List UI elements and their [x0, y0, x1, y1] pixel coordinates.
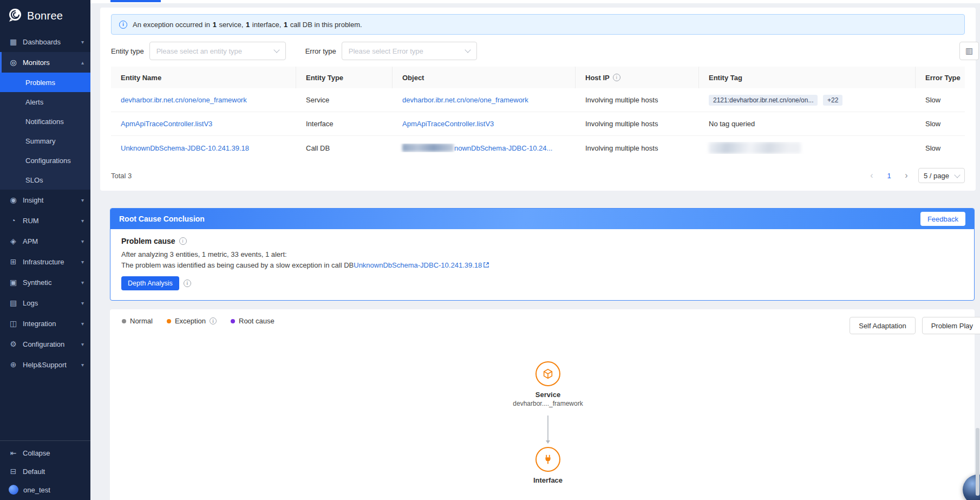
entity-name-link[interactable]: ApmApiTraceController.listV3 [121, 120, 212, 128]
cell-entity-type: Call DB [296, 144, 393, 152]
entity-name-link[interactable]: UnknownDbSchema-JDBC-10.241.39.18 [121, 144, 249, 152]
service-node-name: devharbor...._framework [488, 400, 607, 407]
sidebar-item-problems[interactable]: Problems [0, 73, 90, 92]
chevron-down-icon: ▾ [81, 259, 84, 265]
sidebar-item-label: Synthetic [23, 278, 51, 287]
sidebar-item-notifications[interactable]: Notifications [0, 112, 90, 131]
object-link[interactable]: ApmApiTraceController.listV3 [402, 120, 494, 128]
sidebar-item-configurations[interactable]: Configurations [0, 151, 90, 170]
table-settings-button[interactable]: ▥ [959, 42, 979, 60]
sidebar-item-label: Infrastructure [23, 258, 64, 266]
chevron-down-icon [465, 47, 471, 53]
chevron-down-icon [954, 172, 960, 178]
chevron-down-icon: ▾ [81, 218, 84, 224]
sidebar-item-label: RUM [23, 217, 39, 225]
error-type-select[interactable]: Please select Error type [342, 42, 477, 60]
depth-analysis-info-icon[interactable]: i [184, 280, 191, 287]
service-node-icon[interactable] [535, 361, 560, 386]
filter-bar: Entity type Please select an entity type… [111, 42, 965, 60]
cell-object: ApmApiTraceController.listV3 [393, 120, 576, 128]
sidebar-item-insight[interactable]: ◉ Insight ▾ [0, 190, 90, 210]
tag-more-chip[interactable]: +22 [823, 95, 842, 106]
tab-strip [90, 0, 980, 3]
host-ip-info-icon[interactable]: i [613, 74, 620, 81]
sidebar-item-summary[interactable]: Summary [0, 131, 90, 151]
sidebar-item-help-support[interactable]: ⊕ Help&Support ▾ [0, 354, 90, 375]
sidebar-item-monitors[interactable]: ◎ Monitors ▴ [0, 52, 90, 73]
dashboards-icon: ▦ [9, 37, 18, 46]
sidebar-item-label: Dashboards [23, 38, 61, 46]
object-link[interactable]: devharbor.ibr.net.cn/one/one_framework [402, 96, 528, 104]
rum-icon: ◔ [9, 216, 18, 225]
monitors-group: ◎ Monitors ▴ Problems Alerts Notificatio… [0, 52, 90, 190]
entity-type-select[interactable]: Please select an entity type [149, 42, 286, 60]
entity-type-placeholder: Please select an entity type [156, 47, 242, 55]
feedback-button[interactable]: Feedback [920, 212, 965, 226]
depth-analysis-row: Depth Analysis i [121, 276, 963, 290]
sidebar-item-label: Logs [23, 299, 38, 307]
cell-entity-tag [699, 142, 916, 154]
sidebar-item-dashboards[interactable]: ▦ Dashboards ▾ [0, 31, 90, 52]
scrollbar-thumb[interactable] [976, 428, 979, 496]
root-cause-entity-link[interactable]: UnknownDbSchema-JDBC-10.241.39.18 [354, 261, 482, 269]
cell-object: devharbor.ibr.net.cn/one/one_framework [393, 96, 576, 104]
account-item[interactable]: one_test [0, 480, 90, 499]
object-link[interactable]: nownDbSchema-JDBC-10.24... [454, 144, 552, 152]
tag-chip[interactable]: 2121:devharbor.ibr.net.cn/one/on... [709, 95, 818, 106]
configuration-icon: ⚙ [9, 340, 18, 348]
problem-entities-card: i An exception occurred in 1 service, 1 … [100, 8, 976, 191]
logo-text: Bonree [27, 10, 63, 22]
entity-type-label: Entity type [111, 47, 144, 55]
cell-host-ip: Involving multiple hosts [576, 96, 699, 104]
cell-entity-tag: 2121:devharbor.ibr.net.cn/one/on... +22 [699, 95, 916, 106]
sidebar-item-alerts[interactable]: Alerts [0, 92, 90, 112]
problem-cause-info-icon[interactable]: i [179, 237, 187, 245]
prev-page-button[interactable]: ‹ [865, 169, 878, 182]
workspace-default-item[interactable]: ⊟ Default [0, 462, 90, 480]
depth-analysis-button[interactable]: Depth Analysis [121, 276, 179, 290]
problem-detail-page: Bonree ▦ Dashboards ▾ ◎ Monitors ▴ Probl… [0, 0, 980, 500]
cell-object: nownDbSchema-JDBC-10.24... [393, 144, 576, 152]
cell-entity-name: devharbor.ibr.net.cn/one/one_framework [111, 96, 296, 104]
exception-info-banner: i An exception occurred in 1 service, 1 … [111, 14, 965, 35]
external-link-icon[interactable] [483, 262, 489, 270]
total-label: Total 3 [111, 172, 132, 180]
sidebar-item-label: Help&Support [23, 361, 67, 369]
next-page-button[interactable]: › [900, 169, 913, 182]
main-content: i An exception occurred in 1 service, 1 … [90, 0, 980, 500]
cell-error-type: Slow [916, 144, 965, 152]
sidebar-item-logs[interactable]: ▤ Logs ▾ [0, 293, 90, 313]
sidebar-item-label: Integration [23, 320, 56, 328]
chevron-down-icon: ▾ [81, 341, 84, 347]
apm-icon: ◈ [9, 237, 18, 245]
sidebar: Bonree ▦ Dashboards ▾ ◎ Monitors ▴ Probl… [0, 0, 90, 500]
column-header-host-ip: Host IP i [576, 67, 699, 88]
logo[interactable]: Bonree [0, 0, 90, 31]
root-cause-body: Problem cause i After analyzing 3 entiti… [110, 229, 974, 300]
page-size-select[interactable]: 5 / page [918, 168, 965, 183]
entities-table: Entity Name Entity Type Object Host IP i… [111, 67, 965, 160]
analysis-summary: After analyzing 3 entities, 1 metric, 33… [121, 250, 963, 258]
conclusion-line: The problem was identified as being caus… [121, 261, 963, 270]
collapse-icon: ⇤ [9, 449, 18, 457]
columns-icon: ▥ [965, 46, 973, 56]
sidebar-item-infrastructure[interactable]: ⊞ Infrastructure ▾ [0, 251, 90, 272]
table-row: ApmApiTraceController.listV3 Interface A… [111, 112, 965, 136]
cell-host-ip: Involving multiple hosts [576, 144, 699, 152]
sidebar-item-rum[interactable]: ◔ RUM ▾ [0, 210, 90, 231]
topology-canvas[interactable]: Service devharbor...._framework Interfac… [110, 309, 975, 500]
sidebar-item-apm[interactable]: ◈ APM ▾ [0, 231, 90, 251]
chevron-down-icon: ▾ [81, 39, 84, 45]
table-footer: Total 3 ‹ 1 › 5 / page [111, 168, 965, 183]
sidebar-item-slos[interactable]: SLOs [0, 170, 90, 190]
sidebar-item-configuration[interactable]: ⚙ Configuration ▾ [0, 334, 90, 354]
entity-name-link[interactable]: devharbor.ibr.net.cn/one/one_framework [121, 96, 247, 104]
collapse-button[interactable]: ⇤ Collapse [0, 444, 90, 462]
sidebar-subitem-label: SLOs [25, 176, 43, 184]
sidebar-item-synthetic[interactable]: ▣ Synthetic ▾ [0, 272, 90, 293]
interface-node-icon[interactable] [535, 447, 560, 472]
sidebar-item-label: Monitors [23, 59, 50, 67]
current-page[interactable]: 1 [884, 172, 894, 180]
logs-icon: ▤ [9, 298, 18, 307]
sidebar-item-integration[interactable]: ◫ Integration ▾ [0, 313, 90, 334]
